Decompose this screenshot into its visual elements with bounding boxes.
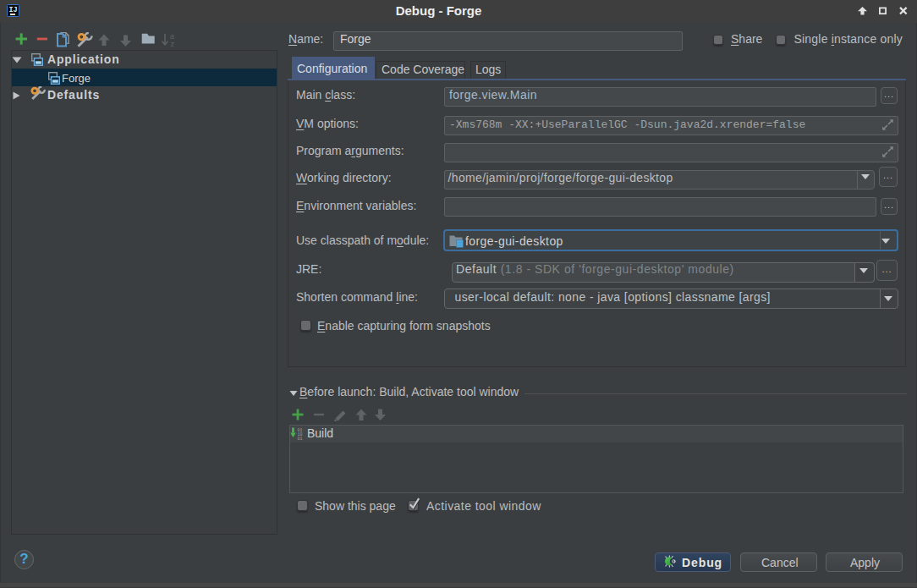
svg-text:z: z — [171, 40, 175, 48]
svg-text:01: 01 — [298, 437, 303, 440]
